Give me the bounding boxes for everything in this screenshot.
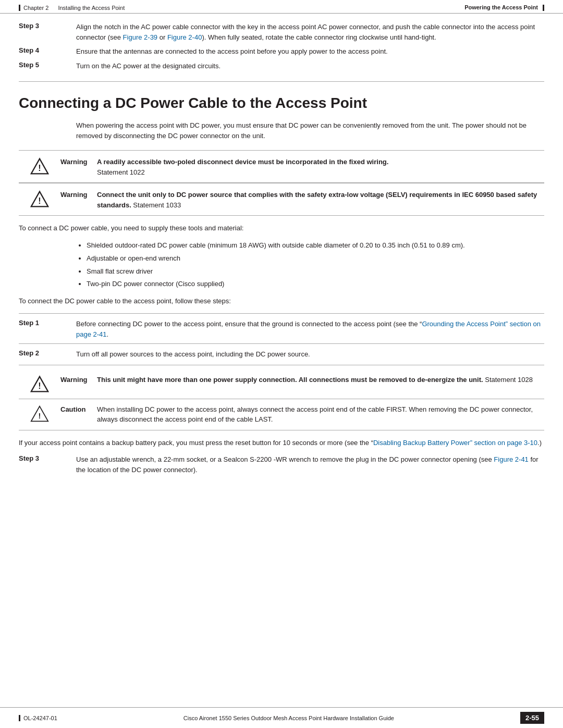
warning-2-icon-cell: ! — [19, 189, 60, 208]
warning-3-icon-cell: ! — [19, 374, 60, 393]
footer-page-number: 2-55 — [520, 712, 544, 724]
caution-area: ! Caution When installing DC power to th… — [19, 399, 544, 430]
step-3-top: Step 3 Align the notch in the AC power c… — [19, 22, 544, 42]
svg-text:!: ! — [39, 412, 41, 420]
header-bar — [19, 5, 20, 11]
step-3-top-content: Align the notch in the AC power cable co… — [76, 22, 544, 42]
grounding-link[interactable]: Grounding the Access Point” section on p… — [76, 320, 541, 338]
section-heading: Connecting a DC Power Cable to the Acces… — [19, 94, 544, 112]
caution-block: ! Caution When installing DC power to th… — [19, 399, 544, 430]
header-right-bar — [543, 5, 544, 11]
step-1-bottom: Step 1 Before connecting DC power to the… — [19, 313, 544, 339]
bullet-2: Adjustable or open-end wrench — [87, 253, 544, 264]
step-4-top: Step 4 Ensure that the antennas are conn… — [19, 46, 544, 57]
footer-bar — [19, 715, 20, 721]
warning-3-text: This unit might have more than one power… — [97, 374, 544, 385]
step-2-bottom: Step 2 Turn off all power sources to the… — [19, 343, 544, 365]
warning-3-icon: ! — [30, 375, 49, 393]
footer-doc-number: OL-24247-01 — [23, 715, 57, 721]
section-divider — [19, 81, 544, 82]
step-1-bottom-label: Step 1 — [19, 319, 76, 327]
figure-2-39-link[interactable]: Figure 2-39 — [123, 33, 157, 41]
header-right-text: Powering the Access Point — [464, 4, 538, 10]
warning-1-icon-cell: ! — [19, 156, 60, 176]
warning-2-text: Connect the unit only to DC power source… — [97, 189, 544, 210]
warning-1-text: A readily accessible two-poled disconnec… — [97, 156, 544, 177]
step-4-top-content: Ensure that the antennas are connected t… — [76, 46, 544, 57]
warning-1-area: ! Warning A readily accessible two-poled… — [19, 150, 544, 183]
step-3-bottom-label: Step 3 — [19, 454, 76, 462]
bullet-1: Shielded outdoor-rated DC power cable (m… — [87, 240, 544, 251]
page-footer: OL-24247-01 Cisco Aironet 1550 Series Ou… — [0, 707, 563, 728]
step-2-bottom-label: Step 2 — [19, 349, 76, 357]
caution-text: When installing DC power to the access p… — [97, 403, 544, 425]
step-3-bottom-content: Use an adjustable wrench, a 22-mm socket… — [76, 454, 544, 475]
tools-list: Shielded outdoor-rated DC power cable (m… — [19, 240, 544, 290]
step-3-top-label: Step 3 — [19, 22, 76, 30]
caution-icon-cell: ! — [19, 403, 60, 423]
steps-intro: To connect the DC power cable to the acc… — [19, 296, 544, 307]
step-1-bottom-content: Before connecting DC power to the access… — [76, 319, 544, 339]
warning-2-area: ! Warning Connect the unit only to DC po… — [19, 183, 544, 216]
header-right: Powering the Access Point — [464, 4, 544, 11]
header-chapter-title: Installing the Access Point — [58, 5, 125, 11]
header-left: Chapter 2 Installing the Access Point — [19, 5, 125, 11]
footer-left: OL-24247-01 — [19, 715, 57, 721]
warning-1-label: Warning — [60, 156, 97, 166]
svg-text:!: ! — [38, 196, 41, 205]
intro-paragraph: When powering the access point with DC p… — [19, 120, 544, 142]
caution-label: Caution — [60, 403, 97, 413]
warning-2-icon: ! — [30, 190, 49, 208]
svg-text:!: ! — [38, 163, 41, 172]
caution-icon: ! — [30, 404, 49, 423]
step-5-top-label: Step 5 — [19, 61, 76, 69]
header-chapter: Chapter 2 — [23, 5, 48, 11]
warning-3-area: ! Warning This unit might have more than… — [19, 369, 544, 399]
step-2-bottom-content: Turn off all power sources to the access… — [76, 349, 544, 360]
main-content: Step 3 Align the notch in the AC power c… — [0, 14, 563, 521]
backup-paragraph: If your access point contains a backup b… — [19, 438, 544, 449]
bullet-3: Small flat screw driver — [87, 266, 544, 277]
tools-intro: To connect a DC power cable, you need to… — [19, 223, 544, 234]
backup-battery-link[interactable]: Disabling Backup Battery Power” section … — [373, 439, 537, 447]
steps-top-section: Step 3 Align the notch in the AC power c… — [19, 22, 544, 71]
step-3-bottom: Step 3 Use an adjustable wrench, a 22-mm… — [19, 454, 544, 475]
page-header: Chapter 2 Installing the Access Point Po… — [0, 0, 563, 14]
footer-center: Cisco Aironet 1550 Series Outdoor Mesh A… — [183, 715, 394, 721]
warning-1-icon: ! — [30, 157, 49, 176]
bullet-4: Two-pin DC power connector (Cisco suppli… — [87, 279, 544, 290]
warning-2-label: Warning — [60, 189, 97, 199]
figure-2-40-link[interactable]: Figure 2-40 — [167, 33, 202, 41]
warning-1-block: ! Warning A readily accessible two-poled… — [19, 151, 544, 183]
warning-3-label: Warning — [60, 374, 97, 384]
step-4-top-label: Step 4 — [19, 46, 76, 54]
step-5-top-content: Turn on the AC power at the designated c… — [76, 61, 544, 71]
figure-2-41-link[interactable]: Figure 2-41 — [494, 455, 528, 463]
warning-3-block: ! Warning This unit might have more than… — [19, 369, 544, 399]
warning-2-block: ! Warning Connect the unit only to DC po… — [19, 183, 544, 215]
svg-text:!: ! — [38, 381, 41, 390]
step-5-top: Step 5 Turn on the AC power at the desig… — [19, 61, 544, 71]
